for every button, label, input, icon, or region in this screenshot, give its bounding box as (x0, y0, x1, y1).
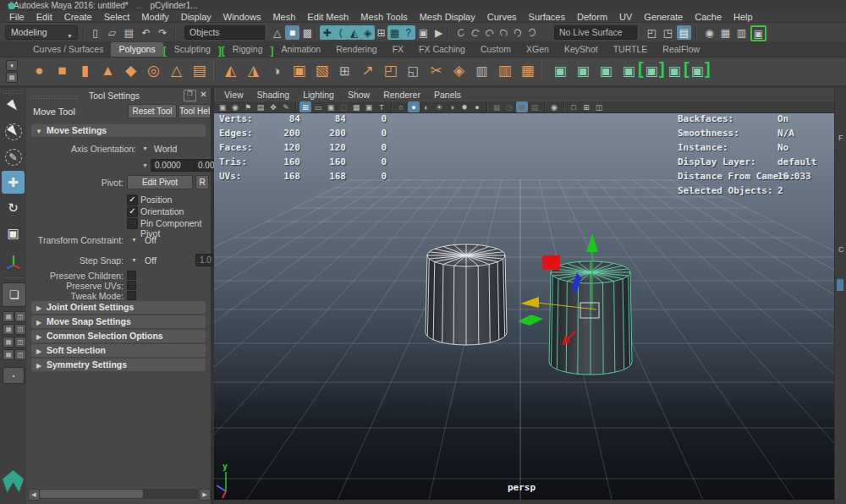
shaded-mode-icon[interactable]: ● (408, 101, 420, 112)
checkbox-orientation[interactable]: ✓ (127, 206, 138, 217)
mask-points-icon[interactable]: ✚ (320, 25, 334, 40)
shelf-options-icon[interactable]: ▤ (6, 72, 18, 83)
close-panel-icon[interactable]: ✕ (198, 90, 209, 100)
layout-maximize-pane[interactable]: ▪ (3, 367, 25, 384)
layout-outliner-persp-layout[interactable]: ◫ (14, 337, 26, 348)
open-scene-icon[interactable]: ▱ (105, 25, 119, 40)
combine-icon[interactable]: ◭ (220, 60, 241, 81)
sculpt-tool-icon[interactable]: ▣ (550, 60, 571, 81)
sequence-time-icon[interactable]: ◷ (503, 101, 515, 112)
menu-mesh[interactable]: Mesh (266, 11, 301, 23)
shelf-tab-rigging[interactable]: Rigging (225, 42, 271, 57)
bevel-icon[interactable]: ◰ (380, 60, 401, 81)
checkbox-preserve-children-[interactable] (127, 271, 136, 280)
lasso-select-tool[interactable] (2, 120, 25, 143)
shelf-tab-curves-surfaces[interactable]: Curves / Surfaces (25, 42, 111, 57)
section-symmetry-settings[interactable]: ▶Symmetry Settings (31, 359, 206, 371)
gate-mask-icon[interactable]: ▢ (338, 101, 349, 112)
target-weld-icon[interactable]: ◈ (448, 60, 470, 81)
panel-menu-panels[interactable]: Panels (427, 90, 468, 100)
menu-deform[interactable]: Deform (571, 11, 613, 23)
render-settings-icon[interactable]: ▣ (750, 25, 766, 41)
scrollbar-thumb[interactable] (40, 490, 143, 498)
undo-icon[interactable]: ↶ (139, 25, 153, 40)
mask-curves-icon[interactable]: ⟨ (333, 25, 348, 40)
select-by-hierarchy-icon[interactable]: △ (270, 25, 284, 40)
menu-modify[interactable]: Modify (135, 11, 174, 23)
mask-rendering-icon[interactable]: ▦ (387, 25, 402, 40)
menu-create[interactable]: Create (58, 11, 98, 23)
mask-surfaces-icon[interactable]: ◭ (347, 25, 361, 40)
smooth-icon[interactable]: ▧ (311, 60, 332, 81)
scale-tool[interactable]: ▣ (2, 222, 25, 244)
make-object-live-icon[interactable]: C (523, 23, 542, 42)
layout-hypershade-persp-layout[interactable]: ◫ (14, 349, 26, 360)
transform-constraint-dropdown-icon[interactable]: ▼ (131, 237, 137, 243)
step-snap-value[interactable]: Off (145, 255, 157, 266)
render-current-frame-icon[interactable]: ▦ (718, 25, 733, 40)
ipr-render-icon[interactable]: ▥ (734, 25, 749, 40)
shelf-tab-fx[interactable]: FX (385, 42, 411, 57)
poly-plane-icon[interactable]: ◆ (120, 60, 141, 81)
shelf-tab-custom[interactable]: Custom (473, 42, 519, 57)
resolution-gate-icon[interactable]: ▣ (325, 101, 337, 112)
mask-misc-icon[interactable]: ? (401, 25, 415, 40)
menu-surfaces[interactable]: Surfaces (523, 11, 571, 23)
highlight-selection-icon[interactable]: ▶ (431, 25, 446, 40)
rotate-tool[interactable]: ↻ (2, 196, 25, 219)
section-common-selection-options[interactable]: ▶Common Selection Options (31, 330, 206, 342)
two-d-pan-zoom-icon[interactable]: ✥ (267, 101, 279, 112)
reset-pivot-button[interactable]: R (195, 175, 209, 189)
menu-edit-mesh[interactable]: Edit Mesh (301, 11, 354, 23)
bookmark-icon[interactable]: ⚑ (242, 101, 254, 112)
poly-torus-icon[interactable]: ◎ (143, 60, 164, 81)
pane-single-icon[interactable]: □ (568, 101, 580, 112)
multisampling-icon[interactable]: ▦ (491, 101, 503, 112)
poly-pyramid-icon[interactable]: △ (166, 60, 187, 81)
menu-help[interactable]: Help (728, 11, 759, 23)
grease-pencil-icon[interactable]: ✎ (280, 101, 292, 112)
poly-cone-icon[interactable]: ▲ (97, 60, 118, 81)
output-connections-icon[interactable]: ◳ (661, 25, 675, 40)
wireframe-mode-icon[interactable]: ○ (395, 101, 407, 112)
menu-curves[interactable]: Curves (481, 11, 523, 23)
menu-windows[interactable]: Windows (217, 11, 267, 23)
layout-two-pane-side-layout[interactable]: ◫ (14, 311, 26, 322)
right-panel-strip[interactable]: F C (834, 88, 846, 504)
motion-blur-icon[interactable]: ● (471, 101, 483, 112)
axis-orientation-value[interactable]: World (154, 144, 177, 154)
open-render-view-icon[interactable]: ◉ (702, 25, 717, 40)
layout-persp-graph-layout[interactable]: ▤ (3, 349, 14, 360)
construction-history-icon[interactable]: ▤ (677, 25, 691, 40)
bridge-icon[interactable]: ◱ (403, 60, 424, 81)
smooth-sculpt-tool-icon[interactable]: ▣ (573, 60, 594, 81)
move-settings-section[interactable]: ▼Move Settings (31, 124, 206, 137)
offset-edge-loop-icon[interactable]: ▥ (494, 60, 515, 81)
panel-menu-lighting[interactable]: Lighting (296, 90, 341, 100)
layout-four-pane-layout[interactable]: ▤ (3, 337, 14, 348)
shelf-tab-realflow[interactable]: RealFlow (655, 42, 707, 57)
layout-single-pane-layout[interactable]: ▤ (3, 311, 14, 322)
image-plane-icon[interactable]: ▤ (255, 101, 266, 112)
select-by-component-icon[interactable]: ▩ (300, 25, 315, 40)
select-by-object-icon[interactable]: ■ (285, 25, 299, 40)
shelf-tab-rendering[interactable]: Rendering (328, 42, 384, 57)
horizontal-scrollbar[interactable] (39, 489, 198, 499)
save-scene-icon[interactable]: ▤ (122, 25, 136, 40)
film-gate-icon[interactable]: ▭ (312, 101, 324, 112)
redo-icon[interactable]: ↷ (156, 25, 170, 40)
insert-edge-loop-icon[interactable]: ▥ (471, 60, 492, 81)
tool-help-button[interactable]: Tool Help (179, 104, 211, 118)
live-surface-field[interactable]: No Live Surface (554, 25, 637, 40)
pane-outliner-icon[interactable]: ◫ (593, 101, 605, 112)
poly-cube-icon[interactable]: ■ (52, 60, 73, 81)
axis-x-field[interactable]: 0.0000 (151, 159, 196, 172)
mask-dynamics-icon[interactable]: ⊞ (374, 25, 388, 40)
panel-menu-view[interactable]: View (217, 90, 250, 100)
shelf-tab-keyshot[interactable]: KeyShot (557, 42, 606, 57)
shelf-tab-polygons[interactable]: Polygons (111, 42, 162, 57)
menu-uv[interactable]: UV (613, 11, 638, 23)
selection-filter-field[interactable]: Objects (184, 25, 266, 40)
shelf-tab-turtle[interactable]: TURTLE (606, 42, 656, 57)
shelf-tab-sculpting[interactable]: Sculpting (167, 42, 218, 57)
